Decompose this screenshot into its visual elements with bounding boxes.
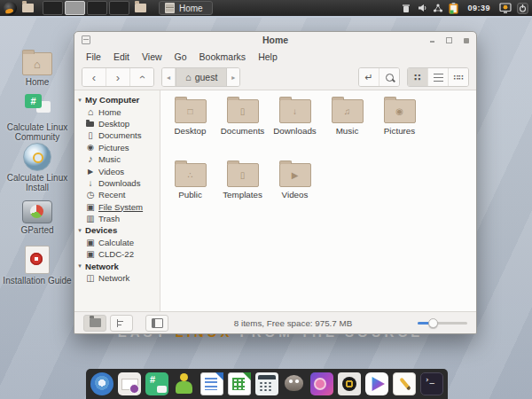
folder-emblem-icon: ↓: [280, 100, 310, 122]
sidebar-item[interactable]: ▾Videos: [74, 165, 160, 176]
chat-icon[interactable]: [145, 372, 168, 395]
maximize-button[interactable]: [446, 37, 452, 43]
places-toggle-icon[interactable]: [83, 315, 106, 332]
music-icon: [85, 154, 96, 164]
search-icon[interactable]: [379, 68, 399, 86]
desktop-icon-home[interactable]: Home: [3, 49, 72, 88]
panel-toggle-icon[interactable]: [145, 315, 168, 332]
logout-icon[interactable]: [517, 3, 528, 14]
desktop-icon-community[interactable]: Calculate Linux Community: [3, 94, 72, 142]
folder-item[interactable]: ▶Videos: [269, 157, 321, 221]
sidebar-item[interactable]: ▾Documents: [74, 129, 160, 141]
sidebar-item[interactable]: ▾File System: [74, 201, 160, 213]
path-scroll-left-icon[interactable]: ◂: [162, 68, 176, 86]
menu-item[interactable]: Edit: [107, 50, 136, 64]
trash-icon[interactable]: [401, 3, 411, 13]
folder-icon: [85, 119, 96, 129]
sidebar-item[interactable]: ▾Trash: [74, 213, 160, 224]
zoom-slider[interactable]: [418, 318, 467, 328]
taskbar-item-home[interactable]: Home: [159, 1, 213, 15]
download-icon: [85, 178, 96, 188]
grid-view-icon[interactable]: ∷: [408, 68, 428, 86]
calculator-icon[interactable]: [255, 372, 278, 395]
calculate-menu-icon[interactable]: [4, 2, 17, 15]
sidebar-item[interactable]: ▾Network: [74, 260, 160, 271]
workspace-button[interactable]: [109, 1, 129, 15]
workspace-button[interactable]: [43, 1, 63, 15]
list-view-icon[interactable]: [428, 68, 449, 86]
up-icon[interactable]: ›: [130, 68, 153, 86]
spreadsheet-icon[interactable]: [228, 372, 251, 395]
expander-caret-icon[interactable]: ▾: [76, 227, 83, 234]
sidebar-item[interactable]: ▾Home: [74, 106, 160, 117]
menu-item[interactable]: Go: [168, 50, 193, 64]
titlebar[interactable]: Home: [74, 32, 476, 48]
expander-caret-icon[interactable]: ▾: [76, 97, 83, 104]
tree-toggle-icon[interactable]: [110, 315, 133, 332]
home-folder-icon[interactable]: [22, 4, 34, 12]
sidebar: ▾My Computer▾Home▾Desktop▾Documents▾Pict…: [74, 90, 160, 311]
writer-icon[interactable]: [200, 372, 223, 395]
workspace-switcher: [43, 1, 129, 15]
path-scroll-right-icon[interactable]: ▸: [227, 68, 239, 86]
sidebar-item[interactable]: ▾CLDC-22: [74, 248, 160, 260]
menu-item[interactable]: View: [136, 50, 168, 64]
folder-grid: □Desktop▯Documents↓Downloads♫Music◉Pictu…: [160, 90, 476, 311]
volume-icon[interactable]: [417, 3, 427, 13]
desktop-icon-install[interactable]: Calculate Linux Install: [3, 143, 72, 192]
clock[interactable]: 09:39: [467, 4, 490, 12]
zoom-slider-handle[interactable]: [428, 318, 438, 328]
compact-view-icon[interactable]: ∷∷: [449, 68, 468, 86]
camera-icon: [85, 143, 96, 153]
forward-icon[interactable]: ›: [106, 68, 130, 86]
minimize-button[interactable]: [429, 37, 435, 43]
menu-item[interactable]: Help: [252, 50, 284, 64]
gimp-icon[interactable]: [283, 372, 306, 395]
menu-item[interactable]: File: [80, 50, 107, 64]
sidebar-item[interactable]: ▾Recent: [74, 189, 160, 200]
folder-icon: ▯: [227, 163, 259, 187]
sidebar-item[interactable]: ▾My Computer: [74, 94, 160, 106]
mail-icon[interactable]: [118, 372, 141, 395]
session-indicator-icon[interactable]: [499, 3, 512, 14]
media-player-icon[interactable]: [365, 372, 388, 395]
folder-item[interactable]: □Desktop: [164, 93, 216, 157]
workspace-button[interactable]: [87, 1, 107, 15]
desktop-folder-icon[interactable]: [135, 4, 146, 12]
sidebar-item[interactable]: ▾Network: [74, 272, 160, 284]
folder-item[interactable]: ♫Music: [321, 93, 373, 157]
speaker-icon[interactable]: [338, 372, 361, 395]
trash-icon: [85, 214, 96, 223]
sidebar-item[interactable]: ▾Pictures: [74, 142, 160, 153]
menu-item[interactable]: Bookmarks: [193, 50, 253, 64]
close-button[interactable]: [463, 37, 469, 43]
clipboard-icon[interactable]: [449, 3, 458, 14]
network-icon[interactable]: [433, 3, 443, 13]
window-title: Home: [74, 35, 476, 45]
expander-caret-icon[interactable]: ▾: [76, 262, 83, 270]
back-icon[interactable]: ‹: [82, 68, 106, 86]
sidebar-item[interactable]: ▾Music: [74, 153, 160, 165]
desktop-icon-gparted[interactable]: GParted: [3, 197, 72, 236]
user-icon[interactable]: [173, 372, 196, 395]
workspace-button[interactable]: [65, 1, 85, 15]
location-entry-icon[interactable]: ↵: [359, 68, 379, 86]
sidebar-item[interactable]: ▾Calculate: [74, 237, 160, 248]
sidebar-item[interactable]: ▾Downloads: [74, 177, 160, 189]
desktop-icon-guide[interactable]: Installation Guide: [3, 246, 72, 286]
sidebar-item[interactable]: ▾Devices: [74, 224, 160, 236]
folder-item[interactable]: ◉Pictures: [373, 93, 426, 157]
file-manager-window: Home FileEditViewGoBookmarksHelp ‹ › › ◂…: [74, 31, 477, 334]
terminal-icon[interactable]: [420, 372, 443, 395]
sidebar-item[interactable]: ▾Desktop: [74, 118, 160, 129]
folder-item[interactable]: ↓Downloads: [269, 93, 321, 157]
path-segment-guest[interactable]: ⌂ guest: [176, 68, 227, 86]
folder-item[interactable]: ∴Public: [164, 157, 216, 221]
folder-emblem-icon: ▯: [228, 164, 258, 186]
chromium-icon[interactable]: [90, 372, 113, 395]
folder-item[interactable]: ▯Templates: [216, 157, 269, 221]
folder-icon: ♫: [332, 99, 364, 123]
text-editor-icon[interactable]: [393, 372, 416, 395]
screenshot-icon[interactable]: [310, 372, 333, 395]
folder-item[interactable]: ▯Documents: [216, 93, 269, 157]
